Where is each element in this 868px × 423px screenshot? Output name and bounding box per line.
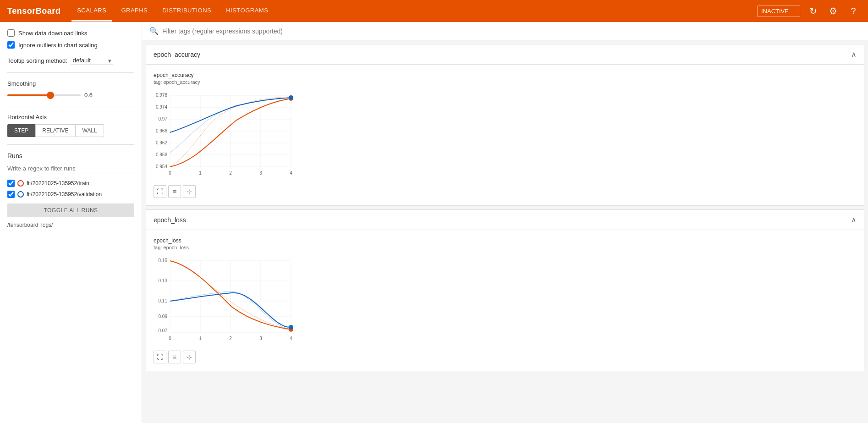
epoch-loss-svg: 0.15 0.13 0.11 0.09 0.07 — [154, 254, 300, 346]
divider-2 — [7, 106, 134, 106]
svg-text:0.962: 0.962 — [156, 140, 167, 145]
tooltip-sort-label: Tooltip sorting method: — [7, 57, 67, 64]
svg-text:1: 1 — [199, 170, 202, 176]
haxis-step-button[interactable]: STEP — [7, 124, 35, 137]
nav-distributions[interactable]: DISTRIBUTIONS — [157, 0, 217, 22]
run-train-checkbox[interactable] — [7, 180, 15, 187]
svg-text:2: 2 — [229, 170, 232, 176]
brand-logo: TensorBoard — [7, 6, 60, 16]
smoothing-row: 0.6 — [7, 92, 134, 99]
smoothing-slider[interactable] — [7, 94, 81, 96]
svg-text:0.09: 0.09 — [159, 314, 168, 319]
nav-links: SCALARS GRAPHS DISTRIBUTIONS HISTOGRAMS — [71, 0, 746, 22]
refresh-button[interactable]: ↻ — [806, 4, 820, 18]
logs-path: /tensorboard_logs/ — [7, 222, 134, 228]
list-icon-2: ≡ — [173, 353, 176, 361]
sidebar: Show data download links Ignore outliers… — [0, 22, 142, 423]
epoch-loss-chart-area: 0.15 0.13 0.11 0.09 0.07 — [154, 254, 300, 346]
gear-icon: ⚙ — [829, 5, 837, 16]
svg-text:4: 4 — [290, 336, 292, 341]
smoothing-label: Smoothing — [7, 80, 134, 87]
runs-section: Runs fit/20221025-135952/train fit/20221… — [7, 152, 134, 228]
nav-histograms[interactable]: HISTOGRAMS — [220, 0, 274, 22]
toggle-all-runs-button[interactable]: TOGGLE ALL RUNS — [7, 203, 134, 217]
epoch-loss-section: epoch_loss ∧ epoch_loss tag: epoch_loss … — [146, 209, 864, 371]
chevron-up-icon: ∧ — [851, 50, 857, 59]
svg-text:0.13: 0.13 — [159, 278, 168, 283]
run-train-label[interactable]: fit/20221025-135952/train — [27, 180, 89, 187]
epoch-loss-expand-button[interactable]: ⛶ — [154, 351, 166, 363]
svg-text:0.954: 0.954 — [156, 164, 167, 169]
nav-graphs[interactable]: GRAPHS — [115, 0, 153, 22]
run-row-validation: fit/20221025-135952/validation — [7, 191, 134, 198]
svg-text:0: 0 — [169, 170, 171, 176]
epoch-accuracy-toolbar: ⛶ ≡ ⊹ — [154, 185, 857, 198]
epoch-accuracy-data-button[interactable]: ≡ — [168, 185, 181, 198]
svg-text:0.07: 0.07 — [159, 328, 168, 333]
divider-3 — [7, 144, 134, 145]
divider-1 — [7, 72, 134, 73]
crosshair-icon: ⊹ — [187, 188, 192, 195]
smoothing-section: Smoothing 0.6 — [7, 80, 134, 99]
layout: Show data download links Ignore outliers… — [0, 22, 868, 423]
svg-text:3: 3 — [259, 336, 262, 341]
epoch-accuracy-collapse-button[interactable]: ∧ — [851, 50, 857, 59]
epoch-loss-header: epoch_loss ∧ — [146, 210, 864, 230]
ignore-outliers-row[interactable]: Ignore outliers in chart scaling — [7, 41, 134, 49]
list-icon: ≡ — [173, 188, 176, 195]
run-row-train: fit/20221025-135952/train — [7, 180, 134, 187]
show-download-links-checkbox[interactable] — [7, 29, 15, 37]
show-download-links-row[interactable]: Show data download links — [7, 29, 134, 37]
help-button[interactable]: ? — [846, 4, 861, 18]
ignore-outliers-label: Ignore outliers in chart scaling — [18, 42, 98, 49]
epoch-accuracy-chart-area: 0.978 0.974 0.97 0.966 0.962 0.958 0.954 — [154, 88, 300, 180]
epoch-accuracy-crosshair-button[interactable]: ⊹ — [183, 185, 196, 198]
haxis-relative-button[interactable]: RELATIVE — [35, 124, 75, 137]
tooltip-sort-select[interactable]: default ascending descending nearest — [71, 56, 113, 65]
topnav-right: INACTIVE ACTIVE ↻ ⚙ ? — [757, 4, 861, 18]
svg-text:0.97: 0.97 — [159, 116, 168, 121]
svg-text:0.15: 0.15 — [159, 258, 168, 263]
epoch-loss-title: epoch_loss — [154, 216, 186, 224]
horizontal-axis-section: Horizontal Axis STEP RELATIVE WALL — [7, 114, 134, 137]
run-validation-label[interactable]: fit/20221025-135952/validation — [27, 191, 102, 198]
epoch-accuracy-chart-title: epoch_accuracy — [154, 72, 857, 78]
tooltip-sort-row: Tooltip sorting method: default ascendin… — [7, 56, 134, 65]
svg-point-25 — [289, 95, 293, 100]
epoch-accuracy-title: epoch_accuracy — [154, 51, 200, 58]
search-icon: 🔍 — [149, 27, 159, 35]
chevron-up-icon-2: ∧ — [851, 215, 857, 224]
ignore-outliers-checkbox[interactable] — [7, 41, 15, 49]
svg-text:0.974: 0.974 — [156, 104, 167, 110]
settings-button[interactable]: ⚙ — [826, 4, 841, 18]
svg-text:0.958: 0.958 — [156, 152, 167, 157]
show-download-links-label: Show data download links — [18, 30, 87, 37]
svg-text:0: 0 — [169, 336, 171, 341]
svg-text:0.11: 0.11 — [159, 298, 168, 303]
smoothing-value: 0.6 — [84, 92, 93, 99]
epoch-loss-chart-subtitle: tag: epoch_loss — [154, 245, 857, 250]
runs-filter-input[interactable] — [7, 163, 134, 174]
search-input[interactable] — [162, 27, 861, 35]
main-content: 🔍 epoch_accuracy ∧ epoch_accuracy tag: e… — [142, 22, 868, 423]
run-train-color — [17, 180, 24, 187]
epoch-loss-data-button[interactable]: ≡ — [168, 351, 181, 363]
display-options: Show data download links Ignore outliers… — [7, 29, 134, 49]
svg-text:0.966: 0.966 — [156, 128, 167, 133]
run-validation-color — [17, 191, 24, 198]
horizontal-axis-label: Horizontal Axis — [7, 114, 134, 121]
epoch-accuracy-expand-button[interactable]: ⛶ — [154, 185, 166, 198]
epoch-accuracy-chart-subtitle: tag: epoch_accuracy — [154, 79, 857, 85]
epoch-loss-crosshair-button[interactable]: ⊹ — [183, 351, 196, 363]
status-select[interactable]: INACTIVE ACTIVE — [757, 5, 800, 17]
expand-icon-2: ⛶ — [157, 353, 163, 361]
epoch-accuracy-chart-container: epoch_accuracy tag: epoch_accuracy 0.978… — [146, 65, 864, 205]
topnav: TensorBoard SCALARS GRAPHS DISTRIBUTIONS… — [0, 0, 868, 22]
svg-text:4: 4 — [290, 170, 292, 176]
runs-label: Runs — [7, 152, 134, 159]
run-validation-checkbox[interactable] — [7, 191, 15, 198]
epoch-loss-collapse-button[interactable]: ∧ — [851, 215, 857, 224]
haxis-wall-button[interactable]: WALL — [75, 124, 104, 137]
help-icon: ? — [851, 6, 856, 16]
nav-scalars[interactable]: SCALARS — [71, 0, 112, 22]
